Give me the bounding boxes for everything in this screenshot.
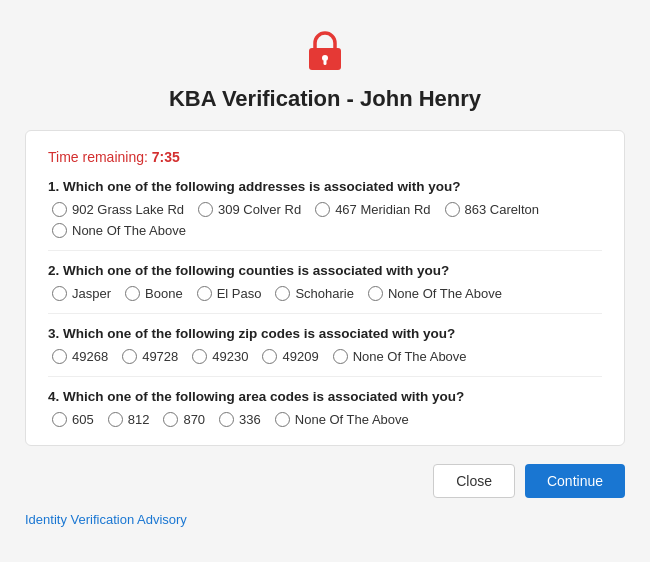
option-label-1-5: None Of The Above: [72, 223, 186, 238]
option-label-2-5: None Of The Above: [388, 286, 502, 301]
radio-3-2[interactable]: [122, 349, 137, 364]
option-3-1[interactable]: 49268: [52, 349, 108, 364]
timer-label: Time remaining:: [48, 149, 152, 165]
option-label-3-2: 49728: [142, 349, 178, 364]
options-group-2: JasperBooneEl PasoSchoharieNone Of The A…: [52, 286, 602, 301]
options-group-1: 902 Grass Lake Rd309 Colver Rd467 Meridi…: [52, 202, 602, 238]
advisory-link[interactable]: Identity Verification Advisory: [25, 512, 625, 527]
radio-1-1[interactable]: [52, 202, 67, 217]
option-label-1-3: 467 Meridian Rd: [335, 202, 430, 217]
options-group-4: 605812870336None Of The Above: [52, 412, 602, 427]
option-4-3[interactable]: 870: [163, 412, 205, 427]
question-text-2: 2. Which one of the following counties i…: [48, 263, 602, 278]
option-label-4-4: 336: [239, 412, 261, 427]
radio-2-3[interactable]: [197, 286, 212, 301]
radio-3-3[interactable]: [192, 349, 207, 364]
option-label-3-1: 49268: [72, 349, 108, 364]
option-label-1-4: 863 Carelton: [465, 202, 539, 217]
option-1-5[interactable]: None Of The Above: [52, 223, 186, 238]
continue-button[interactable]: Continue: [525, 464, 625, 498]
option-4-1[interactable]: 605: [52, 412, 94, 427]
option-2-3[interactable]: El Paso: [197, 286, 262, 301]
questions-container: 1. Which one of the following addresses …: [48, 179, 602, 427]
option-label-3-5: None Of The Above: [353, 349, 467, 364]
radio-1-5[interactable]: [52, 223, 67, 238]
option-label-2-2: Boone: [145, 286, 183, 301]
option-label-4-2: 812: [128, 412, 150, 427]
kba-card: Time remaining: 7:35 1. Which one of the…: [25, 130, 625, 446]
radio-2-1[interactable]: [52, 286, 67, 301]
option-3-4[interactable]: 49209: [262, 349, 318, 364]
question-1: 1. Which one of the following addresses …: [48, 179, 602, 238]
options-group-3: 49268497284923049209None Of The Above: [52, 349, 602, 364]
option-4-4[interactable]: 336: [219, 412, 261, 427]
radio-1-2[interactable]: [198, 202, 213, 217]
option-1-2[interactable]: 309 Colver Rd: [198, 202, 301, 217]
question-text-4: 4. Which one of the following area codes…: [48, 389, 602, 404]
radio-1-4[interactable]: [445, 202, 460, 217]
timer: Time remaining: 7:35: [48, 149, 602, 165]
option-3-2[interactable]: 49728: [122, 349, 178, 364]
option-1-1[interactable]: 902 Grass Lake Rd: [52, 202, 184, 217]
svg-rect-2: [324, 60, 327, 65]
question-4: 4. Which one of the following area codes…: [48, 376, 602, 427]
radio-4-2[interactable]: [108, 412, 123, 427]
radio-2-4[interactable]: [275, 286, 290, 301]
radio-3-5[interactable]: [333, 349, 348, 364]
timer-value: 7:35: [152, 149, 180, 165]
option-label-4-1: 605: [72, 412, 94, 427]
radio-2-2[interactable]: [125, 286, 140, 301]
radio-1-3[interactable]: [315, 202, 330, 217]
option-label-2-1: Jasper: [72, 286, 111, 301]
option-label-1-1: 902 Grass Lake Rd: [72, 202, 184, 217]
option-label-1-2: 309 Colver Rd: [218, 202, 301, 217]
radio-2-5[interactable]: [368, 286, 383, 301]
option-4-2[interactable]: 812: [108, 412, 150, 427]
option-label-3-4: 49209: [282, 349, 318, 364]
option-label-4-5: None Of The Above: [295, 412, 409, 427]
radio-4-4[interactable]: [219, 412, 234, 427]
page-title: KBA Verification - John Henry: [169, 86, 481, 112]
option-label-3-3: 49230: [212, 349, 248, 364]
option-3-5[interactable]: None Of The Above: [333, 349, 467, 364]
option-2-2[interactable]: Boone: [125, 286, 183, 301]
radio-3-4[interactable]: [262, 349, 277, 364]
close-button[interactable]: Close: [433, 464, 515, 498]
option-label-2-4: Schoharie: [295, 286, 354, 301]
option-label-2-3: El Paso: [217, 286, 262, 301]
option-2-5[interactable]: None Of The Above: [368, 286, 502, 301]
option-2-1[interactable]: Jasper: [52, 286, 111, 301]
option-label-4-3: 870: [183, 412, 205, 427]
question-2: 2. Which one of the following counties i…: [48, 250, 602, 301]
option-3-3[interactable]: 49230: [192, 349, 248, 364]
option-4-5[interactable]: None Of The Above: [275, 412, 409, 427]
question-text-1: 1. Which one of the following addresses …: [48, 179, 602, 194]
radio-4-5[interactable]: [275, 412, 290, 427]
option-1-4[interactable]: 863 Carelton: [445, 202, 539, 217]
radio-4-1[interactable]: [52, 412, 67, 427]
radio-4-3[interactable]: [163, 412, 178, 427]
question-text-3: 3. Which one of the following zip codes …: [48, 326, 602, 341]
lock-icon: [305, 30, 345, 78]
option-2-4[interactable]: Schoharie: [275, 286, 354, 301]
button-row: Close Continue: [25, 464, 625, 498]
radio-3-1[interactable]: [52, 349, 67, 364]
question-3: 3. Which one of the following zip codes …: [48, 313, 602, 364]
option-1-3[interactable]: 467 Meridian Rd: [315, 202, 430, 217]
